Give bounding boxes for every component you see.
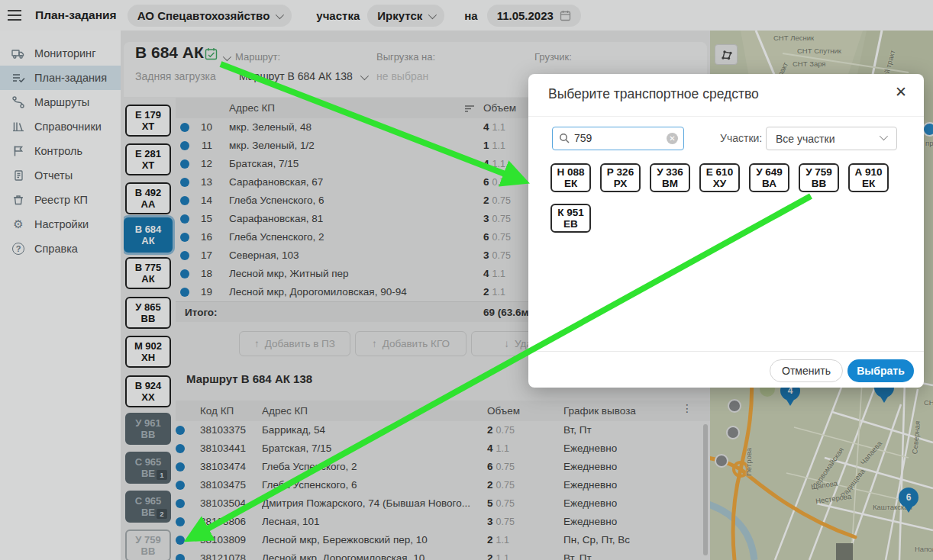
cancel-button[interactable]: Отменить xyxy=(770,359,843,382)
clear-search-icon[interactable]: ✕ xyxy=(667,133,678,144)
vehicle-plate-option[interactable]: Н 088ЕК xyxy=(550,163,591,192)
plate-text: ЕВ xyxy=(563,218,578,230)
vehicle-plate-option[interactable]: К 951ЕВ xyxy=(550,204,591,233)
plate-text: РХ xyxy=(614,178,628,189)
plate-text: А 910 xyxy=(854,166,882,178)
sections-value: Все участки xyxy=(776,133,835,145)
plate-text: ВВ xyxy=(812,178,827,189)
search-input[interactable] xyxy=(574,128,658,148)
plate-text: У 649 xyxy=(756,166,783,178)
plate-text: К 951 xyxy=(557,207,584,218)
plate-text: У 336 xyxy=(657,166,683,178)
vehicle-plate-options: Н 088ЕКР 326РХУ 336ВМЕ 610ХУУ 649ВАУ 759… xyxy=(550,163,909,233)
select-button[interactable]: Выбрать xyxy=(847,359,914,382)
vehicle-search-box: ✕ xyxy=(552,127,684,150)
sections-dropdown[interactable]: Все участки xyxy=(766,127,897,150)
vehicle-plate-option[interactable]: У 649ВА xyxy=(749,163,789,192)
search-icon xyxy=(559,133,570,146)
plate-text: ЕК xyxy=(862,178,875,189)
vehicle-plate-option[interactable]: Р 326РХ xyxy=(600,163,641,192)
plate-text: ВМ xyxy=(662,178,678,189)
sections-label: Участки: xyxy=(720,132,762,144)
close-icon[interactable]: ✕ xyxy=(895,83,907,101)
plate-text: Н 088 xyxy=(557,166,584,178)
plate-text: У 759 xyxy=(805,166,832,178)
select-vehicle-modal: Выберите транспортное средство ✕ ✕ Участ… xyxy=(528,74,924,388)
vehicle-plate-option[interactable]: А 910ЕК xyxy=(848,163,889,192)
app-window: План-задания АО Спецавтохозяйство участк… xyxy=(0,0,933,560)
vehicle-plate-option[interactable]: У 759ВВ xyxy=(799,163,839,192)
plate-text: ХУ xyxy=(713,178,726,189)
plate-text: Р 326 xyxy=(607,166,634,178)
vehicle-plate-option[interactable]: Е 610ХУ xyxy=(699,163,740,192)
modal-title: Выберите транспортное средство xyxy=(548,86,759,102)
vehicle-plate-option[interactable]: У 336ВМ xyxy=(650,163,690,192)
chevron-down-icon xyxy=(880,132,888,140)
plate-text: ЕК xyxy=(564,178,577,189)
plate-text: ВА xyxy=(762,178,776,189)
plate-text: Е 610 xyxy=(706,166,733,178)
